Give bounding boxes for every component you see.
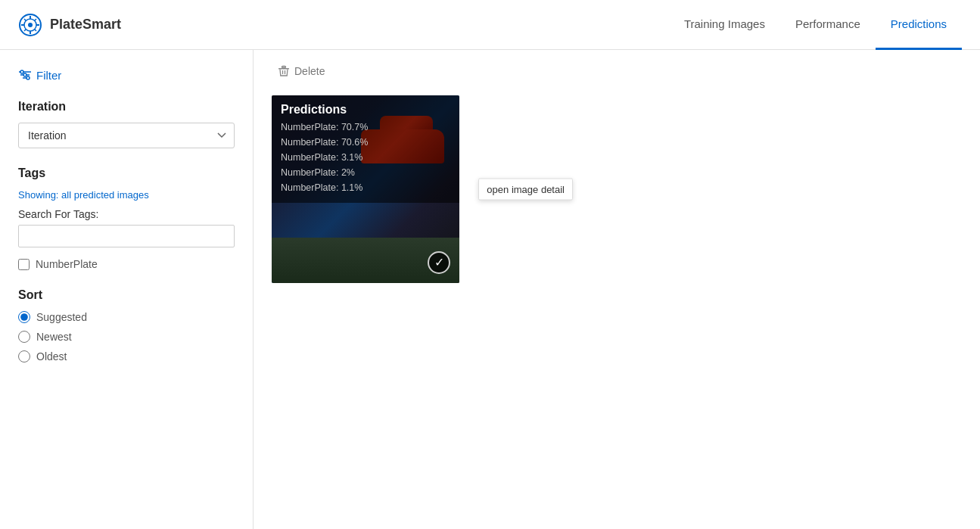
main-content: Delete Predictions <box>254 50 980 529</box>
toolbar: Delete <box>272 62 962 80</box>
pred-item-3: NumberPlate: 3.1% <box>281 150 450 165</box>
svg-rect-9 <box>278 68 289 70</box>
svg-rect-10 <box>282 67 286 68</box>
delete-label: Delete <box>294 65 325 77</box>
filter-icon <box>18 68 32 82</box>
image-card-inner: Predictions NumberPlate: 70.7% NumberPla… <box>272 95 459 283</box>
sort-oldest-radio[interactable] <box>18 350 30 363</box>
svg-point-7 <box>23 73 26 76</box>
search-for-tags-label: Search For Tags: <box>18 208 235 220</box>
svg-point-8 <box>26 76 30 79</box>
nav-performance[interactable]: Performance <box>780 0 876 50</box>
filter-button[interactable]: Filter <box>18 65 61 85</box>
image-detail-tooltip: open image detail <box>478 179 573 201</box>
check-circle[interactable]: ✓ <box>428 251 450 274</box>
page-layout: Filter Iteration Iteration Tags Showing:… <box>0 50 980 529</box>
filter-label: Filter <box>36 69 61 82</box>
showing-text: Showing: all predicted images <box>18 189 235 201</box>
image-card[interactable]: Predictions NumberPlate: 70.7% NumberPla… <box>272 95 459 283</box>
sort-section-title: Sort <box>18 288 235 302</box>
sort-newest-label: Newest <box>36 331 72 343</box>
sidebar: Filter Iteration Iteration Tags Showing:… <box>0 50 254 529</box>
iteration-section-title: Iteration <box>18 100 235 114</box>
numberplate-checkbox-label[interactable]: NumberPlate <box>18 258 235 270</box>
predictions-overlay: Predictions NumberPlate: 70.7% NumberPla… <box>272 95 459 203</box>
delete-button[interactable]: Delete <box>272 62 331 80</box>
sort-newest-radio[interactable] <box>18 331 30 343</box>
sort-suggested[interactable]: Suggested <box>18 311 235 323</box>
check-mark-icon: ✓ <box>434 257 444 269</box>
numberplate-tag-label: NumberPlate <box>36 258 98 270</box>
logo-area: PlateSmart <box>18 13 669 37</box>
tag-search-input[interactable] <box>18 225 235 247</box>
pred-item-2: NumberPlate: 70.6% <box>281 135 450 150</box>
trash-icon <box>278 65 290 77</box>
tags-section: Tags Showing: all predicted images Searc… <box>18 166 235 270</box>
svg-point-6 <box>20 70 23 73</box>
image-grid: Predictions NumberPlate: 70.7% NumberPla… <box>272 95 962 283</box>
nav-training-images[interactable]: Training Images <box>669 0 780 50</box>
logo-icon <box>18 13 42 37</box>
showing-value: all predicted images <box>61 189 149 201</box>
pred-item-5: NumberPlate: 1.1% <box>281 180 450 195</box>
sort-newest[interactable]: Newest <box>18 331 235 343</box>
svg-point-2 <box>28 23 33 27</box>
main-nav: Training Images Performance Predictions <box>669 0 962 49</box>
app-title: PlateSmart <box>50 17 121 33</box>
tags-section-title: Tags <box>18 166 235 180</box>
sort-section: Sort Suggested Newest Oldest <box>18 288 235 363</box>
pred-item-1: NumberPlate: 70.7% <box>281 120 450 135</box>
sort-oldest[interactable]: Oldest <box>18 350 235 363</box>
numberplate-checkbox[interactable] <box>18 259 30 270</box>
sort-suggested-label: Suggested <box>36 311 87 323</box>
predictions-title: Predictions <box>281 103 450 117</box>
sort-suggested-radio[interactable] <box>18 311 30 323</box>
iteration-select[interactable]: Iteration <box>18 123 235 148</box>
header: PlateSmart Training Images Performance P… <box>0 0 980 50</box>
pred-item-4: NumberPlate: 2% <box>281 165 450 180</box>
sort-oldest-label: Oldest <box>36 350 67 363</box>
nav-predictions[interactable]: Predictions <box>876 0 962 50</box>
